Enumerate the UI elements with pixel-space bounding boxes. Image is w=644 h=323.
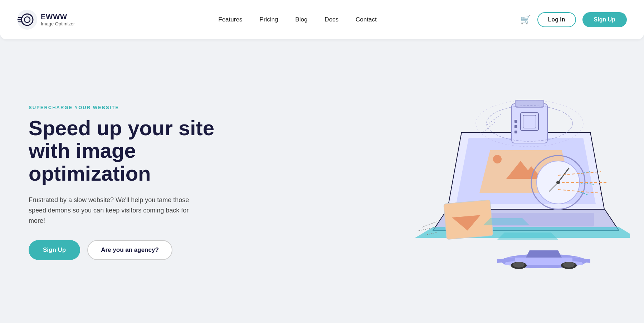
svg-marker-20 bbox=[526, 250, 562, 258]
nav-pricing[interactable]: Pricing bbox=[259, 16, 278, 23]
logo-subtitle: Image Optimizer bbox=[41, 21, 75, 26]
logo-title: EWWW bbox=[41, 13, 75, 21]
svg-rect-33 bbox=[514, 131, 517, 133]
navbar: EWWW Image Optimizer Features Pricing Bl… bbox=[0, 0, 644, 39]
nav-features[interactable]: Features bbox=[218, 16, 242, 23]
cart-icon[interactable]: 🛒 bbox=[520, 15, 531, 25]
nav-docs[interactable]: Docs bbox=[325, 16, 338, 23]
hero-left: SUPERCHARGE YOUR WEBSITE Speed up your s… bbox=[29, 105, 222, 260]
hero-eyebrow: SUPERCHARGE YOUR WEBSITE bbox=[29, 105, 222, 110]
nav-links: Features Pricing Blog Docs Contact bbox=[218, 16, 376, 23]
hero-subtext: Frustrated by a slow website? We'll help… bbox=[29, 195, 200, 226]
svg-marker-47 bbox=[483, 218, 530, 225]
svg-point-11 bbox=[493, 155, 502, 163]
svg-rect-27 bbox=[512, 104, 547, 143]
hero-illustration bbox=[222, 61, 615, 304]
hero-section: SUPERCHARGE YOUR WEBSITE Speed up your s… bbox=[0, 39, 644, 323]
svg-marker-46 bbox=[497, 233, 558, 240]
svg-rect-31 bbox=[514, 120, 517, 123]
svg-rect-32 bbox=[514, 125, 517, 128]
hero-agency-button[interactable]: Are you an agency? bbox=[87, 240, 172, 260]
nav-contact[interactable]: Contact bbox=[356, 16, 377, 23]
hero-signup-button[interactable]: Sign Up bbox=[29, 240, 80, 260]
svg-line-43 bbox=[422, 222, 436, 227]
svg-point-40 bbox=[556, 181, 560, 184]
nav-right: 🛒 Log in Sign Up bbox=[520, 12, 627, 27]
svg-line-51 bbox=[487, 114, 501, 125]
logo[interactable]: EWWW Image Optimizer bbox=[17, 10, 75, 30]
svg-point-25 bbox=[513, 262, 525, 268]
svg-point-26 bbox=[563, 262, 575, 268]
logo-text: EWWW Image Optimizer bbox=[41, 13, 75, 26]
hero-svg bbox=[308, 61, 630, 304]
logo-icon bbox=[17, 10, 37, 30]
signup-nav-button[interactable]: Sign Up bbox=[582, 12, 627, 27]
hero-headline: Speed up your site with image optimizati… bbox=[29, 117, 222, 185]
nav-blog[interactable]: Blog bbox=[295, 16, 307, 23]
hero-buttons: Sign Up Are you an agency? bbox=[29, 240, 222, 260]
login-button[interactable]: Log in bbox=[537, 12, 576, 27]
